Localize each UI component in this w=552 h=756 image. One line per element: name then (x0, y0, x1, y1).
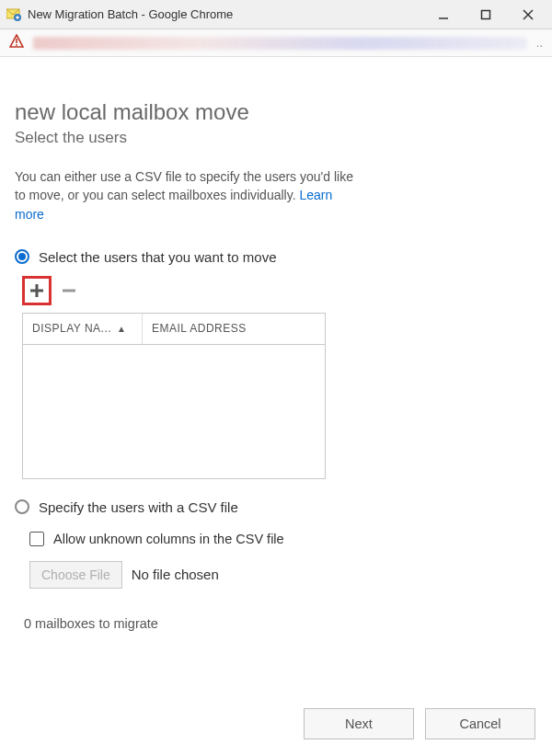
migration-status: 0 mailboxes to migrate (24, 616, 537, 631)
svg-point-7 (16, 44, 17, 46)
url-text-blurred (33, 37, 527, 50)
close-button[interactable] (515, 2, 541, 28)
user-toolbar (22, 276, 537, 305)
column-display-name[interactable]: DISPLAY NA... ▲ (23, 314, 143, 344)
table-body-empty (23, 345, 325, 478)
add-user-button[interactable] (27, 281, 47, 301)
window-controls (431, 2, 552, 28)
table-header-row: DISPLAY NA... ▲ EMAIL ADDRESS (23, 314, 325, 345)
choose-file-button[interactable]: Choose File (29, 561, 122, 589)
option-select-users[interactable]: Select the users that you want to move (15, 249, 537, 265)
cancel-button[interactable]: Cancel (425, 708, 535, 739)
minus-icon (61, 282, 77, 299)
allow-unknown-label: Allow unknown columns in the CSV file (53, 532, 284, 546)
allow-unknown-checkbox[interactable] (29, 532, 44, 546)
allow-unknown-row[interactable]: Allow unknown columns in the CSV file (29, 532, 537, 546)
option-csv-label: Specify the users with a CSV file (39, 499, 238, 515)
page-description: You can either use a CSV file to specify… (15, 167, 364, 223)
column-email-address-label: EMAIL ADDRESS (152, 322, 247, 335)
plus-icon (29, 282, 45, 299)
next-button[interactable]: Next (304, 708, 414, 739)
svg-rect-3 (482, 10, 490, 18)
window-title: New Migration Batch - Google Chrome (28, 7, 431, 21)
users-table: DISPLAY NA... ▲ EMAIL ADDRESS (22, 313, 326, 479)
file-chooser-row: Choose File No file chosen (29, 561, 537, 589)
option-select-users-label: Select the users that you want to move (39, 249, 276, 265)
wizard-footer: Next Cancel (304, 708, 535, 739)
url-ellipsis: .. (536, 36, 543, 50)
page-content: new local mailbox move Select the users … (0, 57, 552, 631)
column-email-address[interactable]: EMAIL ADDRESS (143, 314, 325, 344)
window-titlebar: New Migration Batch - Google Chrome (0, 0, 552, 29)
remove-user-button[interactable] (59, 281, 79, 301)
option-csv[interactable]: Specify the users with a CSV file (15, 499, 537, 515)
address-bar: .. (0, 29, 552, 57)
page-heading: new local mailbox move (15, 99, 537, 125)
app-icon (6, 6, 22, 23)
add-button-highlight (22, 276, 52, 305)
minimize-button[interactable] (431, 2, 456, 28)
maximize-button[interactable] (473, 2, 499, 28)
radio-select-users[interactable] (15, 249, 29, 264)
warning-icon (9, 34, 24, 52)
sort-asc-icon: ▲ (117, 324, 126, 334)
radio-csv[interactable] (15, 499, 29, 514)
column-display-name-label: DISPLAY NA... (32, 322, 111, 335)
page-subheading: Select the users (15, 129, 537, 147)
no-file-label: No file chosen (132, 567, 219, 582)
